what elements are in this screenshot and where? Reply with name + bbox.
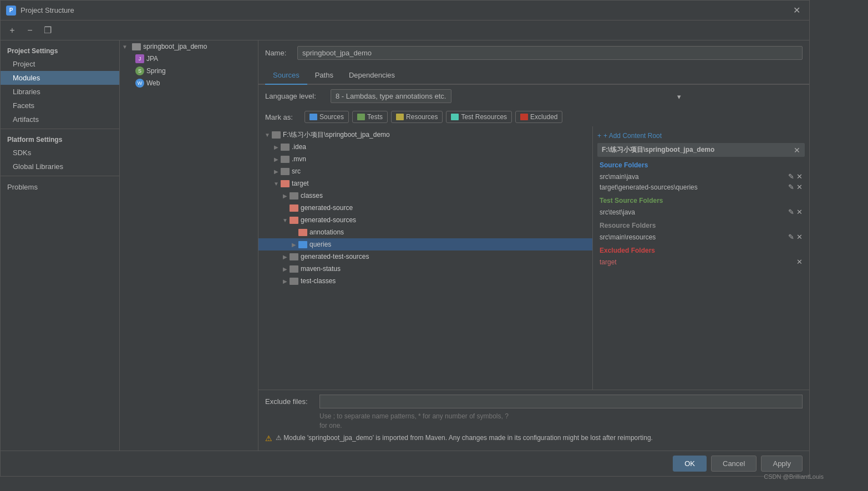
root-close-button[interactable]: ✕	[794, 146, 800, 155]
mark-excluded-label: Excluded	[530, 113, 557, 121]
sidebar-item-libraries[interactable]: Libraries	[1, 85, 119, 99]
language-level-row: Language level: 8 - Lambdas, type annota…	[258, 85, 809, 108]
spring-item[interactable]: S Spring	[133, 65, 258, 77]
source-folder-1-actions: ✎ ✕	[788, 172, 803, 181]
sidebar-item-facets[interactable]: Facets	[1, 99, 119, 112]
mvn-folder-icon	[281, 156, 290, 163]
sidebar-item-sdks[interactable]: SDKs	[1, 146, 119, 160]
mark-sources-button[interactable]: Sources	[304, 111, 349, 123]
mark-as-label: Mark as:	[265, 113, 301, 121]
module-root-name: springboot_jpa_demo	[143, 43, 207, 50]
gts-folder-icon	[290, 253, 298, 260]
web-label: Web	[146, 79, 160, 87]
excluded-folder-1: target ✕	[597, 257, 805, 267]
target-expand: ▼	[272, 179, 281, 188]
sidebar-divider	[1, 129, 119, 129]
edit-source-1-button[interactable]: ✎	[788, 172, 794, 181]
name-row: Name:	[258, 40, 809, 65]
main-content: Project Settings Project Modules Librari…	[1, 40, 809, 451]
tree-annotations[interactable]: annotations	[258, 226, 592, 238]
dialog-footer: OK Cancel Apply	[1, 451, 809, 476]
sidebar-item-global-libraries[interactable]: Global Libraries	[1, 160, 119, 173]
sidebar-item-problems[interactable]: Problems	[1, 178, 119, 196]
target-folder-icon	[281, 180, 290, 187]
edit-source-2-button[interactable]: ✎	[788, 183, 794, 191]
remove-test-1-button[interactable]: ✕	[796, 208, 803, 216]
mvn-expand: ▶	[272, 155, 281, 163]
add-content-root-button[interactable]: + + Add Content Root	[597, 131, 805, 143]
q-expand: ▶	[290, 240, 298, 249]
tree-maven-status[interactable]: ▶ maven-status	[258, 263, 592, 275]
resources-folder-icon	[396, 114, 404, 120]
mark-excluded-button[interactable]: Excluded	[515, 111, 562, 123]
resource-folders-title: Resource Folders	[600, 222, 805, 229]
apply-button[interactable]: Apply	[761, 456, 803, 472]
ann-label: annotations	[309, 228, 344, 236]
tree-root[interactable]: ▼ F:\练习小项目\springboot_jpa_demo	[258, 129, 592, 141]
excluded-folder-1-actions: ✕	[796, 258, 803, 266]
remove-resource-1-button[interactable]: ✕	[796, 233, 803, 241]
add-content-root-label: + Add Content Root	[603, 132, 662, 140]
sidebar-item-project[interactable]: Project	[1, 57, 119, 71]
add-button[interactable]: +	[5, 23, 19, 38]
src-expand: ▶	[272, 167, 281, 176]
add-icon: +	[597, 132, 601, 140]
tests-folder-icon	[357, 114, 365, 120]
mark-resources-button[interactable]: Resources	[391, 111, 443, 123]
test-folder-1: src\test\java ✎ ✕	[597, 207, 805, 217]
classes-folder-icon	[290, 192, 298, 200]
mark-as-row: Mark as: Sources Tests Resources Test Re…	[258, 108, 809, 126]
language-level-select[interactable]: 8 - Lambdas, type annotations etc.	[331, 89, 451, 103]
tree-queries[interactable]: ▶ queries	[258, 238, 592, 250]
ms-label: maven-status	[301, 265, 341, 273]
sidebar: Project Settings Project Modules Librari…	[1, 40, 120, 451]
tree-src[interactable]: ▶ src	[258, 165, 592, 177]
dialog-title: Project Structure	[21, 6, 790, 14]
copy-button[interactable]: ❐	[40, 23, 55, 38]
jpa-item[interactable]: J JPA	[133, 53, 258, 65]
tree-idea[interactable]: ▶ .idea	[258, 141, 592, 153]
close-button[interactable]: ✕	[790, 4, 804, 17]
ok-button[interactable]: OK	[673, 456, 707, 472]
remove-excluded-1-button[interactable]: ✕	[796, 258, 803, 266]
tree-mvn[interactable]: ▶ .mvn	[258, 153, 592, 165]
tree-generated-test-sources[interactable]: ▶ generated-test-sources	[258, 250, 592, 263]
tab-sources[interactable]: Sources	[265, 67, 307, 85]
sidebar-item-artifacts[interactable]: Artifacts	[1, 112, 119, 126]
tree-test-classes[interactable]: ▶ test-classes	[258, 275, 592, 287]
remove-button[interactable]: −	[23, 23, 37, 38]
exclude-input[interactable]	[319, 395, 803, 408]
expand-icon: ▼	[122, 42, 131, 51]
module-root-item[interactable]: ▼ springboot_jpa_demo	[120, 40, 258, 53]
tab-dependencies[interactable]: Dependencies	[341, 67, 403, 85]
remove-source-2-button[interactable]: ✕	[796, 183, 803, 191]
project-settings-section: Project Settings	[1, 43, 119, 57]
gss-expand: ▼	[281, 216, 290, 224]
mark-tests-button[interactable]: Tests	[352, 111, 388, 123]
test-resources-folder-icon	[451, 114, 459, 120]
sources-folder-icon	[309, 114, 317, 120]
tree-generated-sources[interactable]: ▼ generated-sources	[258, 214, 592, 226]
tc-label: test-classes	[301, 277, 336, 285]
name-input[interactable]	[297, 46, 803, 60]
platform-settings-section: Platform Settings	[1, 131, 119, 146]
web-item[interactable]: W Web	[133, 77, 258, 89]
gts-label: generated-test-sources	[301, 253, 369, 260]
tree-target[interactable]: ▼ target	[258, 177, 592, 190]
toolbar: + − ❐	[1, 21, 809, 40]
test-folders-title: Test Source Folders	[600, 197, 805, 204]
sidebar-item-modules[interactable]: Modules	[1, 71, 119, 85]
cancel-button[interactable]: Cancel	[711, 456, 757, 472]
source-folders-title: Source Folders	[600, 161, 805, 169]
title-bar: P Project Structure ✕	[1, 1, 809, 21]
project-structure-dialog: P Project Structure ✕ + − ❐ Project Sett…	[0, 0, 810, 477]
tree-classes[interactable]: ▶ classes	[258, 190, 592, 202]
tree-generated-source[interactable]: generated-source	[258, 202, 592, 214]
mark-test-resources-button[interactable]: Test Resources	[446, 111, 512, 123]
watermark: CSDN @BrilliantLouis	[764, 473, 824, 480]
remove-source-1-button[interactable]: ✕	[796, 172, 803, 181]
edit-test-1-button[interactable]: ✎	[788, 208, 794, 216]
edit-resource-1-button[interactable]: ✎	[788, 233, 794, 241]
tab-paths[interactable]: Paths	[307, 67, 341, 85]
idea-label: .idea	[292, 143, 306, 151]
